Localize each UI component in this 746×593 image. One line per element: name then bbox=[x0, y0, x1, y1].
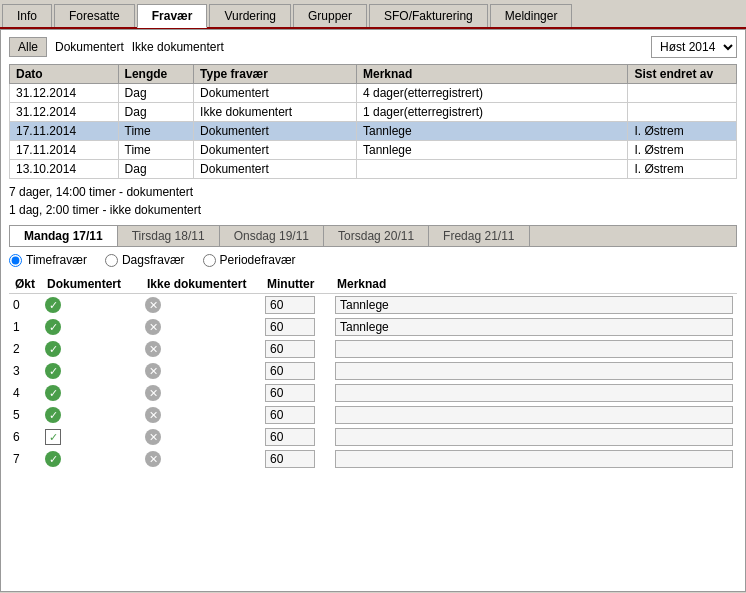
ikke-dokumentert-filter[interactable]: Ikke dokumentert bbox=[132, 40, 224, 54]
cell-dato: 17.11.2014 bbox=[10, 141, 119, 160]
table-row[interactable]: 17.11.2014 Time Dokumentert Tannlege I. … bbox=[10, 122, 737, 141]
minutes-input[interactable] bbox=[265, 318, 315, 336]
cell-lengde: Dag bbox=[118, 160, 194, 179]
okt-minutter[interactable] bbox=[261, 294, 331, 317]
not-doc-icon[interactable]: ✕ bbox=[145, 319, 161, 335]
okt-dokumentert[interactable]: ✓ bbox=[41, 382, 141, 404]
merknad-input[interactable] bbox=[335, 340, 733, 358]
tab-info[interactable]: Info bbox=[2, 4, 52, 27]
cell-sist: I. Østrem bbox=[628, 141, 737, 160]
okt-minutter[interactable] bbox=[261, 404, 331, 426]
okt-minutter[interactable] bbox=[261, 448, 331, 470]
okt-merknad[interactable] bbox=[331, 426, 737, 448]
col-header-lengde: Lengde bbox=[118, 65, 194, 84]
radio-dagsfraer[interactable]: Dagsfravær bbox=[105, 253, 185, 267]
not-doc-icon[interactable]: ✕ bbox=[145, 407, 161, 423]
radio-periodefraer-label: Periodefravær bbox=[220, 253, 296, 267]
okt-minutter[interactable] bbox=[261, 382, 331, 404]
tab-fravaer[interactable]: Fravær bbox=[137, 4, 208, 28]
merknad-input[interactable] bbox=[335, 362, 733, 380]
okt-dokumentert[interactable]: ✓ bbox=[41, 448, 141, 470]
tab-meldinger[interactable]: Meldinger bbox=[490, 4, 573, 27]
okt-ikke-dokumentert[interactable]: ✕ bbox=[141, 448, 261, 470]
okt-minutter[interactable] bbox=[261, 360, 331, 382]
cell-lengde: Time bbox=[118, 141, 194, 160]
okt-merknad[interactable] bbox=[331, 338, 737, 360]
doc-check-icon[interactable]: ✓ bbox=[45, 407, 61, 423]
radio-timefraer[interactable]: Timefravær bbox=[9, 253, 87, 267]
okt-merknad[interactable] bbox=[331, 382, 737, 404]
table-row[interactable]: 31.12.2014 Dag Dokumentert 4 dager(etter… bbox=[10, 84, 737, 103]
okt-dokumentert[interactable]: ✓ bbox=[41, 404, 141, 426]
okt-ikke-dokumentert[interactable]: ✕ bbox=[141, 360, 261, 382]
not-doc-icon[interactable]: ✕ bbox=[145, 429, 161, 445]
okt-merknad[interactable] bbox=[331, 404, 737, 426]
not-doc-icon[interactable]: ✕ bbox=[145, 363, 161, 379]
minutes-input[interactable] bbox=[265, 450, 315, 468]
table-row[interactable]: 31.12.2014 Dag Ikke dokumentert 1 dager(… bbox=[10, 103, 737, 122]
minutes-input[interactable] bbox=[265, 340, 315, 358]
okt-merknad[interactable] bbox=[331, 294, 737, 317]
season-select[interactable]: Høst 2014 Vår 2014 Høst 2013 bbox=[651, 36, 737, 58]
okt-ikke-dokumentert[interactable]: ✕ bbox=[141, 294, 261, 317]
okt-dokumentert[interactable]: ✓ bbox=[41, 338, 141, 360]
okt-ikke-dokumentert[interactable]: ✕ bbox=[141, 338, 261, 360]
tab-foresatte[interactable]: Foresatte bbox=[54, 4, 135, 27]
okt-minutter[interactable] bbox=[261, 338, 331, 360]
okt-merknad[interactable] bbox=[331, 360, 737, 382]
okt-merknad[interactable] bbox=[331, 448, 737, 470]
merknad-input[interactable] bbox=[335, 450, 733, 468]
merknad-input[interactable] bbox=[335, 384, 733, 402]
tab-sfo[interactable]: SFO/Fakturering bbox=[369, 4, 488, 27]
minutes-input[interactable] bbox=[265, 362, 315, 380]
okt-dokumentert[interactable]: ✓ bbox=[41, 426, 141, 448]
cell-lengde: Time bbox=[118, 122, 194, 141]
doc-check-icon[interactable]: ✓ bbox=[45, 341, 61, 357]
minutes-input[interactable] bbox=[265, 296, 315, 314]
merknad-input[interactable] bbox=[335, 318, 733, 336]
okt-ikke-dokumentert[interactable]: ✕ bbox=[141, 426, 261, 448]
tab-vurdering[interactable]: Vurdering bbox=[209, 4, 291, 27]
doc-check-icon[interactable]: ✓ bbox=[45, 319, 61, 335]
doc-check-icon[interactable]: ✓ bbox=[45, 297, 61, 313]
doc-check-icon[interactable]: ✓ bbox=[45, 363, 61, 379]
day-tab-fredag[interactable]: Fredag 21/11 bbox=[429, 226, 529, 246]
not-doc-icon[interactable]: ✕ bbox=[145, 297, 161, 313]
okt-dokumentert[interactable]: ✓ bbox=[41, 316, 141, 338]
table-row[interactable]: 17.11.2014 Time Dokumentert Tannlege I. … bbox=[10, 141, 737, 160]
day-tab-onsdag[interactable]: Onsdag 19/11 bbox=[220, 226, 324, 246]
minutes-input[interactable] bbox=[265, 406, 315, 424]
merknad-input[interactable] bbox=[335, 406, 733, 424]
doc-check-icon[interactable]: ✓ bbox=[45, 451, 61, 467]
okt-ikke-dokumentert[interactable]: ✕ bbox=[141, 404, 261, 426]
okt-ikke-dokumentert[interactable]: ✕ bbox=[141, 382, 261, 404]
tab-grupper[interactable]: Grupper bbox=[293, 4, 367, 27]
merknad-input[interactable] bbox=[335, 428, 733, 446]
alle-button[interactable]: Alle bbox=[9, 37, 47, 57]
okt-dokumentert[interactable]: ✓ bbox=[41, 294, 141, 317]
minutes-input[interactable] bbox=[265, 384, 315, 402]
tab-bar: Info Foresatte Fravær Vurdering Grupper … bbox=[0, 0, 746, 29]
doc-check-square-icon[interactable]: ✓ bbox=[45, 429, 61, 445]
okt-dokumentert[interactable]: ✓ bbox=[41, 360, 141, 382]
not-doc-icon[interactable]: ✕ bbox=[145, 451, 161, 467]
okt-minutter[interactable] bbox=[261, 316, 331, 338]
summary-line2: 1 dag, 2:00 timer - ikke dokumentert bbox=[9, 201, 737, 219]
not-doc-icon[interactable]: ✕ bbox=[145, 341, 161, 357]
radio-periodefraer[interactable]: Periodefravær bbox=[203, 253, 296, 267]
day-tab-tirsdag[interactable]: Tirsdag 18/11 bbox=[118, 226, 220, 246]
merknad-input[interactable] bbox=[335, 296, 733, 314]
okt-minutter[interactable] bbox=[261, 426, 331, 448]
minutes-input[interactable] bbox=[265, 428, 315, 446]
day-tab-torsdag[interactable]: Torsdag 20/11 bbox=[324, 226, 429, 246]
radio-timefraer-label: Timefravær bbox=[26, 253, 87, 267]
day-tab-mandag[interactable]: Mandag 17/11 bbox=[10, 226, 118, 246]
radio-row: Timefravær Dagsfravær Periodefravær bbox=[9, 253, 737, 267]
okt-ikke-dokumentert[interactable]: ✕ bbox=[141, 316, 261, 338]
doc-check-icon[interactable]: ✓ bbox=[45, 385, 61, 401]
table-row[interactable]: 13.10.2014 Dag Dokumentert I. Østrem bbox=[10, 160, 737, 179]
dokumentert-filter[interactable]: Dokumentert bbox=[55, 40, 124, 54]
okt-number: 4 bbox=[9, 382, 41, 404]
okt-merknad[interactable] bbox=[331, 316, 737, 338]
not-doc-icon[interactable]: ✕ bbox=[145, 385, 161, 401]
